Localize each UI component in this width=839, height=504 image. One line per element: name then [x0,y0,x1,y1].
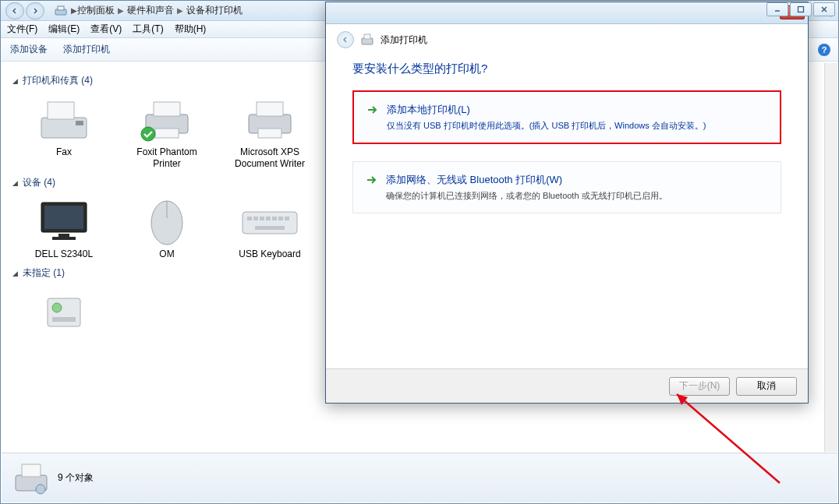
svg-rect-33 [285,217,289,220]
svg-rect-5 [58,6,64,10]
dialog-titlebar [326,2,808,24]
option-network-printer[interactable]: 添加网络、无线或 Bluetooth 打印机(W) 确保您的计算机已连接到网络，… [352,161,781,213]
svg-rect-12 [154,102,180,116]
svg-rect-47 [364,34,370,39]
add-printer-button[interactable]: 添加打印机 [63,43,110,56]
menu-help[interactable]: 帮助(H) [175,23,207,36]
device-xps-writer[interactable]: Microsoft XPS Document Writer [228,92,312,170]
mouse-icon [147,196,187,246]
fax-icon [38,97,90,141]
device-fax[interactable]: Fax [22,92,106,170]
svg-rect-1 [798,7,804,12]
svg-rect-9 [48,102,74,119]
help-icon[interactable]: ? [818,44,830,56]
breadcrumb-item[interactable]: 硬件和声音 [127,4,174,17]
dialog-back-button[interactable] [337,31,354,48]
window-controls [766,2,835,16]
section-title: 未指定 (1) [23,266,65,280]
option-local-printer[interactable]: 添加本地打印机(L) 仅当没有 USB 打印机时使用此选项。(插入 USB 打印… [352,90,781,144]
printer-icon [244,97,296,141]
statusbar-text: 9 个对象 [58,471,94,485]
breadcrumb-item[interactable]: 设备和打印机 [186,4,242,17]
svg-rect-28 [253,217,258,220]
menu-edit[interactable]: 编辑(E) [48,23,80,36]
dialog-header: 添加打印机 [326,24,808,55]
svg-rect-23 [52,237,76,240]
svg-rect-17 [258,129,281,138]
statusbar: 9 个对象 [2,453,837,502]
nav-forward-button[interactable] [26,2,44,19]
maximize-button[interactable] [790,2,812,16]
svg-rect-34 [255,226,285,230]
svg-rect-10 [76,121,83,125]
svg-rect-13 [155,129,179,138]
option-title: 添加网络、无线或 Bluetooth 打印机(W) [386,173,667,187]
device-label: Microsoft XPS Document Writer [228,146,312,170]
disc-drive-icon [43,291,85,333]
close-button[interactable] [813,2,835,16]
section-title: 打印机和传真 (4) [23,74,93,87]
device-unspecified[interactable] [22,284,106,339]
nav-back-button[interactable] [5,2,24,19]
add-device-button[interactable]: 添加设备 [10,43,48,56]
option-desc: 仅当没有 USB 打印机时使用此选项。(插入 USB 打印机后，Windows … [387,120,706,132]
svg-rect-21 [44,206,83,229]
monitor-icon [37,198,91,245]
svg-rect-8 [41,118,87,138]
option-title: 添加本地打印机(L) [387,103,706,117]
menu-tools[interactable]: 工具(T) [133,23,163,36]
dialog-footer: 下一步(N) 取消 [326,368,808,403]
device-label: Fax [56,146,72,158]
svg-rect-40 [52,317,76,322]
menu-view[interactable]: 查看(V) [90,23,122,36]
device-mouse[interactable]: OM [125,194,209,260]
cancel-button[interactable]: 取消 [736,377,797,396]
dialog-heading: 要安装什么类型的打印机? [352,62,781,76]
devices-printers-icon [54,5,68,17]
svg-point-43 [36,485,45,494]
keyboard-icon [241,206,299,237]
svg-point-39 [52,303,62,312]
arrow-right-icon [366,104,377,115]
arrow-right-icon [366,174,377,185]
svg-point-14 [141,127,155,141]
svg-rect-16 [257,102,283,116]
menu-file[interactable]: 文件(F) [7,23,37,36]
minimize-button[interactable] [766,2,788,16]
svg-rect-32 [278,217,283,220]
svg-rect-31 [272,217,277,220]
check-badge-icon [140,126,156,142]
device-label: Foxit Phantom Printer [125,146,209,170]
device-label: DELL S2340L [35,248,93,260]
device-keyboard[interactable]: USB Keyboard [228,194,312,260]
svg-rect-42 [22,464,41,477]
device-label: OM [159,248,174,260]
svg-rect-22 [58,234,69,237]
svg-rect-29 [260,217,264,220]
svg-rect-30 [266,217,271,220]
svg-rect-27 [247,217,252,220]
devices-printers-icon [12,460,50,497]
section-title: 设备 (4) [23,176,55,189]
dialog-title-text: 添加打印机 [381,33,427,47]
device-monitor[interactable]: DELL S2340L [22,194,106,260]
scrollbar[interactable] [824,63,837,452]
device-label: USB Keyboard [239,248,300,260]
printer-icon [360,33,374,47]
next-button[interactable]: 下一步(N) [669,377,730,396]
breadcrumb-item[interactable]: 控制面板 [77,4,115,17]
add-printer-dialog: 添加打印机 要安装什么类型的打印机? 添加本地打印机(L) 仅当没有 USB 打… [325,2,809,404]
device-foxit-printer[interactable]: Foxit Phantom Printer [125,92,209,170]
option-desc: 确保您的计算机已连接到网络，或者您的 Bluetooth 或无线打印机已启用。 [386,190,667,202]
svg-rect-38 [48,298,80,326]
svg-rect-26 [242,212,297,234]
